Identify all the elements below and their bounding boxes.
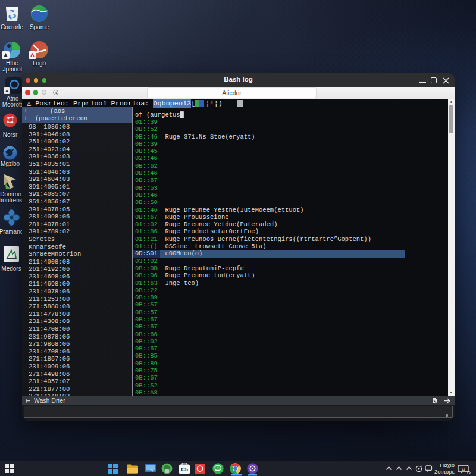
svg-text:a: a — [462, 466, 465, 472]
svg-text:C5: C5 — [181, 466, 188, 472]
